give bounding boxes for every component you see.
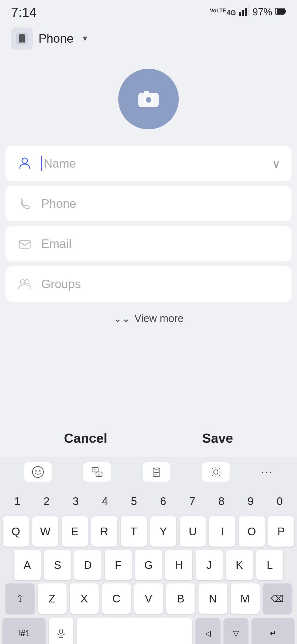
email-input[interactable] [41,237,280,251]
status-bar: 7:14 VoLTE4G 97% [0,0,297,22]
svg-rect-17 [19,241,30,248]
key-7[interactable]: 7 [178,489,207,514]
key-1[interactable]: 1 [3,489,32,514]
groups-icon [16,277,33,291]
key-k[interactable]: K [226,550,253,580]
key-4[interactable]: 4 [90,489,119,514]
svg-text:文: 文 [98,473,100,476]
key-8[interactable]: 8 [207,489,236,514]
email-field-row[interactable] [6,226,292,261]
translate-button[interactable]: A 文 [83,462,111,482]
svg-point-13 [146,97,151,103]
key-s[interactable]: S [44,550,71,580]
symbols-key[interactable]: !#1 [3,618,45,644]
svg-rect-33 [60,629,62,634]
key-l[interactable]: L [256,550,283,580]
key-m[interactable]: M [231,583,260,614]
name-input-wrapper[interactable]: Name [41,156,264,171]
groups-field-row[interactable] [6,266,292,302]
more-options-icon[interactable]: ··· [261,466,273,478]
nav-left-key[interactable]: ◁ [196,618,220,644]
name-field-row[interactable]: Name ∨ [6,146,292,181]
cancel-button[interactable]: Cancel [48,425,124,451]
key-0[interactable]: 0 [265,489,294,514]
bottom-row: !#1 ◁ ▽ ↵ [0,618,297,644]
svg-point-21 [35,470,37,472]
svg-point-32 [214,470,218,474]
svg-rect-0 [239,12,241,16]
groups-input[interactable] [41,277,280,291]
shift-key[interactable]: ⇧ [6,583,34,614]
status-time: 7:14 [11,5,37,20]
svg-rect-9 [19,34,25,43]
status-icons: VoLTE4G 97% [210,6,286,18]
svg-point-18 [20,280,25,284]
phone-app-icon [11,28,33,50]
mic-key[interactable] [49,618,73,644]
backspace-key[interactable]: ⌫ [263,583,292,614]
key-5[interactable]: 5 [119,489,148,514]
key-w[interactable]: W [32,516,58,547]
emoji-button[interactable] [24,462,52,482]
key-b[interactable]: B [166,583,195,614]
key-v[interactable]: V [134,583,163,614]
nav-down-key[interactable]: ▽ [224,618,248,644]
enter-key[interactable]: ↵ [252,618,294,644]
key-3[interactable]: 3 [61,489,90,514]
key-h[interactable]: H [165,550,192,580]
svg-point-16 [22,158,28,163]
email-icon [16,237,33,251]
key-2[interactable]: 2 [32,489,61,514]
key-g[interactable]: G [135,550,162,580]
name-placeholder: Name [44,157,76,170]
key-d[interactable]: D [74,550,101,580]
svg-rect-5 [285,10,286,13]
svg-point-20 [32,466,43,477]
key-e[interactable]: E [62,516,88,547]
key-n[interactable]: N [199,583,227,614]
key-6[interactable]: 6 [148,489,178,514]
svg-rect-28 [155,467,158,469]
key-f[interactable]: F [105,550,132,580]
key-t[interactable]: T [121,516,147,547]
save-button[interactable]: Save [186,425,249,451]
key-i[interactable]: I [209,516,235,547]
keyboard: A 文 ··· 1 2 3 4 5 6 7 8 [0,457,297,644]
keyboard-toolbar: A 文 ··· [0,457,297,487]
clipboard-button[interactable] [143,462,170,482]
svg-point-22 [39,470,40,472]
form-section: Name ∨ [0,146,297,302]
avatar-photo-button[interactable] [118,69,179,129]
row-2: A S D F G H J K L [3,550,294,580]
key-j[interactable]: J [196,550,222,580]
key-c[interactable]: C [102,583,131,614]
key-y[interactable]: Y [150,516,176,547]
key-u[interactable]: U [180,516,206,547]
space-key[interactable] [77,618,192,644]
view-more-button[interactable]: ⌄⌄ View more [0,302,297,330]
key-r[interactable]: R [91,516,117,547]
svg-rect-1 [242,10,244,16]
svg-rect-3 [248,6,249,16]
key-x[interactable]: X [70,583,99,614]
svg-rect-6 [276,9,284,14]
key-9[interactable]: 9 [236,489,265,514]
key-q[interactable]: Q [3,516,29,547]
text-cursor [41,156,42,171]
phone-field-row[interactable] [6,186,292,221]
person-icon [16,156,33,171]
dropdown-arrow[interactable]: ▼ [81,34,89,43]
row-1: Q W E R T Y U I O P [3,516,294,547]
top-bar[interactable]: Phone ▼ [0,22,297,55]
name-chevron-icon[interactable]: ∨ [272,157,280,170]
svg-text:A: A [94,468,96,471]
key-z[interactable]: Z [38,583,67,614]
key-p[interactable]: P [268,516,294,547]
view-more-label: View more [134,313,184,324]
avatar-area[interactable] [0,55,297,146]
key-a[interactable]: A [14,550,41,580]
key-o[interactable]: O [239,516,265,547]
settings-button[interactable] [202,462,230,482]
phone-input[interactable] [41,197,280,211]
svg-rect-2 [245,8,247,16]
